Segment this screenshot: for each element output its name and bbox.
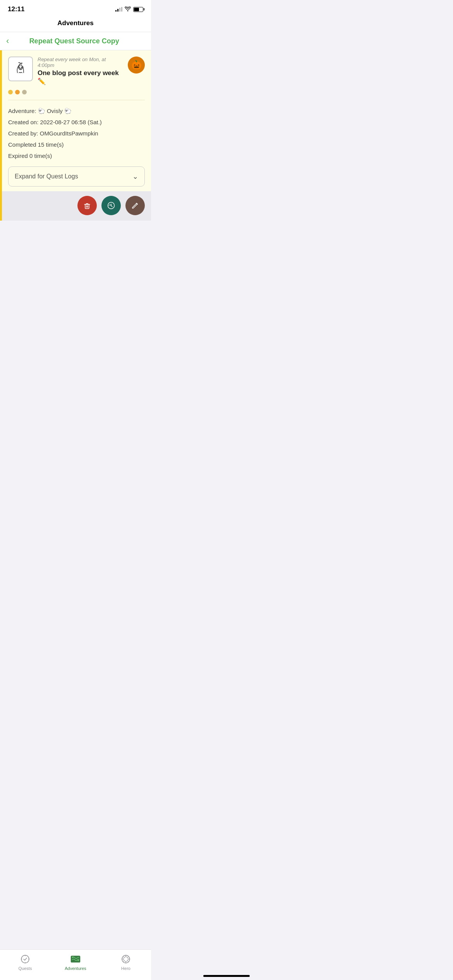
- schedule-button[interactable]: [101, 196, 121, 215]
- clock-icon: [107, 201, 115, 210]
- back-button[interactable]: ‹: [6, 37, 9, 45]
- svg-point-2: [21, 67, 22, 67]
- dot-3: [22, 90, 27, 94]
- edit-button[interactable]: [125, 196, 145, 215]
- empty-area: [0, 221, 151, 375]
- status-icons: [115, 6, 143, 12]
- quest-repeat-label: Repeat every week on Mon, at 4:00pm: [38, 57, 123, 68]
- quest-meta: Adventure: 🐑 Ovisly 🐑 Created on: 2022-0…: [8, 106, 145, 161]
- quest-header-text: Repeat every week on Mon, at 4:00pm One …: [38, 57, 123, 86]
- nav-header: Adventures: [0, 16, 151, 32]
- chevron-down-icon: ⌄: [132, 172, 138, 181]
- status-time: 12:11: [8, 5, 24, 13]
- delete-button[interactable]: [77, 196, 97, 215]
- quest-avatar: 🎃: [128, 57, 145, 74]
- quest-divider: [8, 100, 145, 100]
- svg-point-1: [19, 67, 20, 67]
- quest-title: One blog post every week ✏️: [38, 69, 123, 86]
- quest-card: Repeat every week on Mon, at 4:00pm One …: [0, 50, 151, 221]
- edit-icon: [131, 201, 139, 210]
- battery-icon: [133, 7, 143, 12]
- wifi-icon: [125, 6, 131, 12]
- page-title: Repeat Quest Source Copy: [12, 37, 136, 45]
- signal-icon: [115, 7, 122, 12]
- nav-title: Adventures: [57, 19, 94, 27]
- page-header: ‹ Repeat Quest Source Copy: [0, 32, 151, 50]
- quest-expired: Expired 0 time(s): [8, 151, 145, 161]
- quest-card-header: Repeat every week on Mon, at 4:00pm One …: [8, 57, 145, 86]
- trash-icon: [83, 201, 91, 210]
- quest-adventure: Adventure: 🐑 Ovisly 🐑: [8, 106, 145, 116]
- quest-icon-box: [8, 57, 33, 81]
- status-bar: 12:11: [0, 0, 151, 16]
- expand-button-label: Expand for Quest Logs: [15, 173, 78, 180]
- quest-icon: [13, 61, 28, 77]
- quest-completed: Completed 15 time(s): [8, 139, 145, 150]
- dot-1: [8, 90, 13, 94]
- quest-created-by: Created by: OMGourdItsPawmpkin: [8, 128, 145, 139]
- quest-dots: [8, 90, 145, 94]
- dot-2: [15, 90, 20, 94]
- expand-quest-logs-button[interactable]: Expand for Quest Logs ⌄: [8, 166, 145, 187]
- action-bar: [2, 191, 151, 221]
- quest-created-on: Created on: 2022-08-27 06:58 (Sat.): [8, 117, 145, 127]
